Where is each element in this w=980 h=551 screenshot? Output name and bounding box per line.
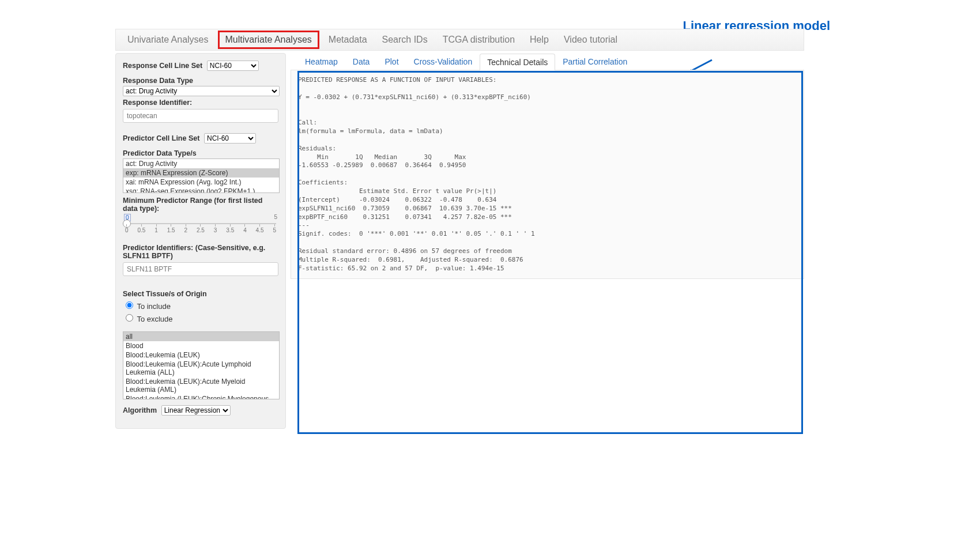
slider-tick: 0.5 xyxy=(137,224,145,236)
tissue-multiselect[interactable]: allBloodBlood:Leukemia (LEUK)Blood:Leuke… xyxy=(123,331,280,399)
tissue-option[interactable]: Blood xyxy=(123,341,279,350)
tissue-option[interactable]: Blood:Leukemia (LEUK):Acute Lymphoid Leu… xyxy=(123,360,279,377)
tissue-include-label: To include xyxy=(137,302,171,311)
predictor-data-types-label: Predictor Data Type/s xyxy=(123,149,278,157)
tissue-option[interactable]: Blood:Leukemia (LEUK) xyxy=(123,350,279,360)
sidebar-panel: Response Cell Line Set NCI-60 Response D… xyxy=(115,53,286,429)
nav-tcga-distribution[interactable]: TCGA distribution xyxy=(437,32,521,47)
predictor-cell-line-set-label: Predictor Cell Line Set xyxy=(123,134,199,142)
predictor-type-option[interactable]: xsq: RNA-seq Expression (log2 FPKM+1.) xyxy=(123,187,279,193)
response-cell-line-set-label: Response Cell Line Set xyxy=(123,62,202,70)
nav-multivariate-analyses[interactable]: Multivariate Analyses xyxy=(218,31,319,49)
min-predictor-range-label: Minimum Predictor Range (for first liste… xyxy=(123,197,278,213)
slider-tick: 2.5 xyxy=(197,224,205,236)
tab-technical-details[interactable]: Technical Details xyxy=(480,54,555,70)
slider-tick: 2 xyxy=(184,224,188,236)
predictor-data-types-multiselect[interactable]: act: Drug Activityexp: mRNA Expression (… xyxy=(123,158,280,193)
tab-data[interactable]: Data xyxy=(345,53,378,70)
slider-tick: 3.5 xyxy=(226,224,234,236)
slider-tick: 3 xyxy=(214,224,217,236)
nav-help[interactable]: Help xyxy=(524,32,555,47)
slider-tick: 1 xyxy=(154,224,158,236)
tab-cross-validation[interactable]: Cross-Validation xyxy=(406,53,480,70)
nav-univariate-analyses[interactable]: Univariate Analyses xyxy=(122,32,214,47)
slider-max-hint: 5 xyxy=(274,214,277,220)
nav-search-ids[interactable]: Search IDs xyxy=(376,32,434,47)
slider-tick: 1.5 xyxy=(167,224,175,236)
tissue-option[interactable]: Blood:Leukemia (LEUK):Chronic Myelogenou… xyxy=(123,394,279,399)
tab-heatmap[interactable]: Heatmap xyxy=(297,53,345,70)
slider-tick: 0 xyxy=(125,224,129,236)
tissue-option[interactable]: Blood:Leukemia (LEUK):Acute Myeloid Leuk… xyxy=(123,377,279,394)
response-identifier-input[interactable] xyxy=(123,109,278,123)
response-cell-line-set-select[interactable]: NCI-60 xyxy=(207,61,259,71)
slider-tick: 4 xyxy=(243,224,247,236)
top-nav: Univariate AnalysesMultivariate Analyses… xyxy=(115,29,804,51)
slider-tick: 4.5 xyxy=(256,224,264,236)
slider-tick: 5 xyxy=(273,224,276,236)
tissue-exclude-label: To exclude xyxy=(137,315,172,323)
predictor-identifiers-label: Predictor Identifiers: (Case-Sensitive, … xyxy=(123,244,278,260)
algorithm-select[interactable]: Linear Regression xyxy=(161,405,231,416)
nav-video-tutorial[interactable]: Video tutorial xyxy=(558,32,623,47)
response-data-type-label: Response Data Type xyxy=(123,77,278,85)
predictor-identifiers-input[interactable] xyxy=(123,262,278,276)
predictor-type-option[interactable]: exp: mRNA Expression (Z-Score) xyxy=(123,168,279,178)
tab-partial-correlation[interactable]: Partial Correlation xyxy=(555,53,635,70)
select-tissues-label: Select Tissue/s of Origin xyxy=(123,290,278,298)
tab-plot[interactable]: Plot xyxy=(377,53,406,70)
response-identifier-label: Response Identifier: xyxy=(123,99,278,107)
algorithm-label: Algorithm xyxy=(123,406,157,414)
min-predictor-range-slider[interactable]: 0 5 00.511.522.533.544.55 xyxy=(123,215,278,238)
nav-metadata[interactable]: Metadata xyxy=(323,32,373,47)
slider-ticks: 00.511.522.533.544.55 xyxy=(125,224,276,236)
predictor-type-option[interactable]: act: Drug Activity xyxy=(123,159,279,168)
predictor-type-option[interactable]: xai: mRNA Expression (Avg. log2 Int.) xyxy=(123,178,279,187)
predictor-cell-line-set-select[interactable]: NCI-60 xyxy=(204,133,256,144)
tissue-option[interactable]: all xyxy=(123,332,279,341)
result-tabs: HeatmapDataPlotCross-ValidationTechnical… xyxy=(291,53,804,70)
response-data-type-select[interactable]: act: Drug Activity xyxy=(123,86,280,96)
tissue-include-radio[interactable] xyxy=(126,301,133,309)
tissue-exclude-radio[interactable] xyxy=(126,314,133,322)
highlight-frame xyxy=(297,71,803,434)
